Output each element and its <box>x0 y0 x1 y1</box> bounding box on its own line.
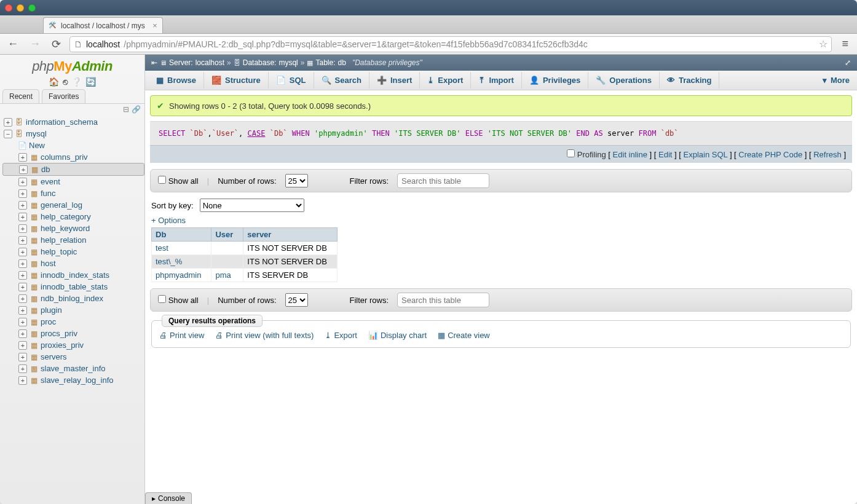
tree-table-servers[interactable]: +▦servers <box>2 351 144 363</box>
expand-icon[interactable]: + <box>18 153 27 162</box>
tree-table-ndb-binlog-index[interactable]: +▦ndb_binlog_index <box>2 293 144 304</box>
nav-toggle-icon[interactable]: ⇤ <box>151 58 157 67</box>
collapse-tree-icon[interactable]: ⊟ <box>123 105 129 114</box>
link-icon[interactable]: 🔗 <box>132 105 141 114</box>
zoom-window-button[interactable] <box>28 4 36 12</box>
filter-rows-input[interactable] <box>397 173 489 188</box>
expand-icon[interactable]: + <box>18 306 27 315</box>
browser-tab[interactable]: 🛠️ localhost / localhost / mys × <box>43 17 163 33</box>
filter-rows-input[interactable] <box>397 293 489 307</box>
tree-table-proxies-priv[interactable]: +▦proxies_priv <box>2 339 144 351</box>
tree-table-procs-priv[interactable]: +▦procs_priv <box>2 328 144 339</box>
expand-icon[interactable]: + <box>18 376 27 385</box>
cell-db[interactable]: test\_% <box>152 255 211 269</box>
expand-icon[interactable]: + <box>18 294 27 303</box>
show-all-checkbox[interactable] <box>158 176 166 184</box>
expand-icon[interactable]: + <box>18 353 27 361</box>
expand-icon[interactable]: + <box>18 236 27 245</box>
close-window-button[interactable] <box>5 4 12 12</box>
tab-privileges[interactable]: 👤Privileges <box>522 72 588 89</box>
tree-table-event[interactable]: +▦event <box>2 176 144 187</box>
reload-button[interactable]: ⟳ <box>49 36 63 52</box>
tab-sql[interactable]: 📄SQL <box>269 72 314 89</box>
tree-table-slave-relay-log-info[interactable]: +▦slave_relay_log_info <box>2 374 144 386</box>
expand-icon[interactable]: + <box>18 329 27 338</box>
export-link[interactable]: ⤓Export <box>325 331 357 340</box>
favorites-tab[interactable]: Favorites <box>42 89 85 103</box>
cell-db[interactable]: test <box>152 242 211 255</box>
browser-menu-icon[interactable]: ≡ <box>838 36 852 52</box>
expand-icon[interactable]: + <box>18 213 27 221</box>
edit-inline-link[interactable]: Edit inline <box>613 150 647 159</box>
tab-operations[interactable]: 🔧Operations <box>588 72 660 89</box>
docs-icon[interactable]: ❔ <box>71 77 82 87</box>
show-all-label[interactable]: Show all <box>158 176 199 186</box>
tab-insert[interactable]: ➕Insert <box>369 72 420 89</box>
tab-more[interactable]: ▾More <box>815 72 857 89</box>
tab-export[interactable]: ⤓Export <box>420 72 471 89</box>
tree-table-innodb-table-stats[interactable]: +▦innodb_table_stats <box>2 281 144 293</box>
expand-icon[interactable]: + <box>18 201 27 210</box>
tree-table-general-log[interactable]: +▦general_log <box>2 199 144 211</box>
num-rows-select[interactable]: 25 <box>285 293 308 307</box>
recent-tab[interactable]: Recent <box>2 89 39 103</box>
tree-table-help-relation[interactable]: +▦help_relation <box>2 234 144 246</box>
expand-icon[interactable]: + <box>18 259 27 268</box>
table-row[interactable]: test\_%ITS NOT SERVER DB <box>152 255 338 269</box>
tab-browse[interactable]: ▦Browse <box>149 72 204 89</box>
forward-button[interactable]: → <box>27 36 43 52</box>
profiling-label[interactable]: Profiling <box>577 150 606 159</box>
logout-icon[interactable]: ⎋ <box>63 77 68 87</box>
expand-icon[interactable]: + <box>18 364 27 373</box>
tree-new-table[interactable]: 📄 New <box>2 140 144 151</box>
page-settings-icon[interactable]: ⤢ <box>845 58 851 67</box>
explain-sql-link[interactable]: Explain SQL <box>684 150 728 159</box>
show-all-label[interactable]: Show all <box>158 295 199 305</box>
tree-table-slave-master-info[interactable]: +▦slave_master_info <box>2 363 144 374</box>
tree-table-innodb-index-stats[interactable]: +▦innodb_index_stats <box>2 269 144 281</box>
expand-icon[interactable]: + <box>18 248 27 256</box>
options-toggle[interactable]: + Options <box>151 216 851 225</box>
refresh-link[interactable]: Refresh <box>813 150 842 159</box>
tree-table-host[interactable]: +▦host <box>2 258 144 269</box>
minimize-window-button[interactable] <box>17 4 24 12</box>
print-view-link[interactable]: 🖨Print view <box>159 331 204 340</box>
display-chart-link[interactable]: 📊Display chart <box>368 331 427 340</box>
tab-tracking[interactable]: 👁Tracking <box>660 72 719 89</box>
table-row[interactable]: phpmyadminpmaITS SERVER DB <box>152 269 338 282</box>
cell-user[interactable] <box>211 242 243 255</box>
tab-search[interactable]: 🔍Search <box>314 72 369 89</box>
address-bar[interactable]: 🗋 localhost/phpmyadmin/#PMAURL-2:db_sql.… <box>69 36 832 52</box>
reload-nav-icon[interactable]: 🔄 <box>85 77 96 87</box>
cell-db[interactable]: phpmyadmin <box>152 269 211 282</box>
col-header-db[interactable]: Db <box>152 228 211 242</box>
create-php-link[interactable]: Create PHP Code <box>738 150 802 159</box>
expand-icon[interactable]: + <box>18 318 27 326</box>
print-view-full-link[interactable]: 🖨Print view (with full texts) <box>215 331 314 340</box>
back-button[interactable]: ← <box>5 36 21 52</box>
expand-icon[interactable]: + <box>19 165 28 174</box>
sort-by-key-select[interactable]: None <box>200 199 304 212</box>
home-icon[interactable]: 🏠 <box>49 77 59 87</box>
tree-table-help-topic[interactable]: +▦help_topic <box>2 246 144 258</box>
create-view-link[interactable]: ▦Create view <box>438 331 490 340</box>
col-header-user[interactable]: User <box>211 228 243 242</box>
edit-link[interactable]: Edit <box>658 150 672 159</box>
tree-db-mysql[interactable]: − 🗄 mysql <box>2 128 144 140</box>
breadcrumb-server[interactable]: localhost <box>195 58 224 67</box>
tree-table-db[interactable]: +▦db <box>2 163 144 176</box>
expand-icon[interactable]: + <box>18 271 27 280</box>
bookmark-star-icon[interactable]: ☆ <box>819 38 827 50</box>
expand-icon[interactable]: + <box>18 189 27 198</box>
expand-icon[interactable]: + <box>18 283 27 291</box>
tree-table-plugin[interactable]: +▦plugin <box>2 304 144 316</box>
num-rows-select[interactable]: 25 <box>285 174 308 187</box>
cell-user[interactable] <box>211 255 243 269</box>
expand-icon[interactable]: + <box>18 224 27 233</box>
console-toggle[interactable]: ▸ Console <box>145 492 192 504</box>
cell-user[interactable]: pma <box>211 269 243 282</box>
table-row[interactable]: testITS NOT SERVER DB <box>152 242 338 255</box>
close-tab-icon[interactable]: × <box>152 21 157 30</box>
tree-table-help-category[interactable]: +▦help_category <box>2 211 144 222</box>
tree-table-proc[interactable]: +▦proc <box>2 316 144 328</box>
